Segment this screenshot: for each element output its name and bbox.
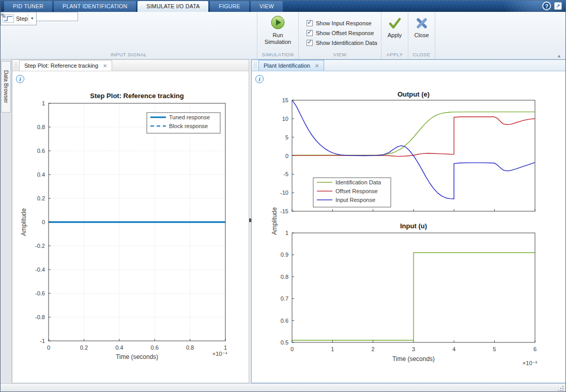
svg-text:-0.6: -0.6 — [35, 290, 45, 296]
svg-text:×10⁻³: ×10⁻³ — [523, 360, 537, 366]
svg-text:3: 3 — [412, 346, 415, 352]
run-simulation-button[interactable]: Run Simulation — [257, 12, 298, 51]
tab-plant-identification[interactable]: PLANT IDENTIFICATION — [54, 1, 136, 12]
svg-text:0.8: 0.8 — [186, 344, 194, 351]
output-chart: -15-10-5051015Output (e)Identification D… — [252, 71, 566, 220]
svg-text:0: 0 — [47, 344, 50, 351]
checkbox-show-input-response[interactable]: ✓ Show Input Response — [299, 18, 381, 28]
tab-simulate-io-data[interactable]: SIMULATE I/O DATA — [137, 1, 208, 12]
svg-text:-10: -10 — [280, 190, 288, 196]
svg-text:0.4: 0.4 — [115, 344, 123, 351]
svg-text:Time (seconds): Time (seconds) — [116, 353, 158, 360]
svg-text:10: 10 — [282, 116, 288, 122]
svg-text:Input Response: Input Response — [335, 197, 375, 203]
checkbox-show-identification-data[interactable]: ✓ Show Identification Data — [299, 38, 381, 48]
data-browser-strip: Data Browser — [1, 59, 12, 383]
status-bar — [1, 383, 565, 392]
svg-text:2: 2 — [372, 346, 375, 352]
svg-text:Amplitude: Amplitude — [20, 208, 27, 236]
svg-text:0.6: 0.6 — [281, 318, 288, 324]
close-tab-icon[interactable]: ✕ — [103, 63, 107, 69]
svg-text:Output (e): Output (e) — [397, 90, 430, 98]
resize-grip[interactable] — [557, 385, 563, 391]
svg-text:×10⁻⁴: ×10⁻⁴ — [212, 351, 227, 357]
checkbox-label: Show Offset Response — [316, 30, 374, 36]
svg-text:Identification Data: Identification Data — [335, 179, 381, 185]
tab-plant-identification-label: Plant Identification — [264, 62, 310, 69]
close-button[interactable]: Close — [408, 12, 435, 51]
info-icon[interactable]: i — [16, 75, 24, 83]
signal-type-value: Step — [14, 15, 28, 22]
svg-text:1: 1 — [285, 230, 288, 236]
step-plot-content: 00.20.40.60.81-1-0.8-0.6-0.4-0.200.20.40… — [12, 71, 249, 383]
check-icon: ✓ — [307, 28, 312, 36]
svg-text:0.2: 0.2 — [37, 195, 45, 201]
close-label: Close — [408, 32, 435, 38]
input-signal-section-label: INPUT SIGNAL — [1, 51, 257, 59]
help-icon[interactable]: ? — [542, 2, 551, 10]
svg-text:0.8: 0.8 — [37, 124, 45, 130]
chevron-down-icon: ▼ — [28, 13, 36, 24]
apply-section: Apply APPLY — [381, 12, 408, 59]
info-icon[interactable]: i — [255, 75, 264, 83]
svg-text:-0.2: -0.2 — [35, 243, 45, 249]
svg-text:-15: -15 — [280, 208, 288, 214]
svg-text:5: 5 — [493, 346, 496, 352]
simulation-section-label: SIMULATION — [257, 51, 298, 59]
svg-text:0.8: 0.8 — [281, 274, 288, 280]
step-plot-chart: 00.20.40.60.81-1-0.8-0.6-0.4-0.200.20.40… — [12, 71, 249, 383]
svg-text:Offset Response: Offset Response — [335, 188, 378, 194]
checkbox-label: Show Input Response — [316, 20, 372, 26]
data-browser-tab[interactable]: Data Browser — [1, 61, 11, 113]
apply-check-icon — [388, 17, 402, 29]
checkbox-show-offset-response[interactable]: ✓ Show Offset Response — [299, 28, 381, 38]
app-window: PID TUNER PLANT IDENTIFICATION SIMULATE … — [0, 0, 566, 392]
checkbox-box: ✓ — [307, 30, 313, 36]
svg-text:0.2: 0.2 — [80, 344, 88, 351]
run-play-icon — [271, 15, 285, 29]
svg-text:Time (seconds): Time (seconds) — [392, 355, 435, 363]
svg-text:Tuned response: Tuned response — [169, 114, 210, 120]
svg-text:5: 5 — [285, 134, 288, 140]
plant-identification-panel: Plant Identification ✕ -15-10-5051015Out… — [251, 59, 566, 383]
close-x-icon — [416, 17, 428, 29]
tab-plant-identification-doc[interactable]: Plant Identification ✕ — [258, 60, 324, 71]
right-panel-tabbar: Plant Identification ✕ — [252, 60, 566, 71]
export-icon[interactable]: ↗ — [554, 2, 562, 10]
tab-gripper[interactable] — [254, 62, 256, 69]
collapse-toolstrip-icon[interactable]: ▴ — [558, 53, 560, 58]
svg-text:-5: -5 — [283, 171, 288, 177]
tab-view[interactable]: VIEW — [251, 1, 283, 12]
apply-section-label: APPLY — [381, 51, 408, 59]
svg-text:0.6: 0.6 — [37, 148, 45, 154]
tab-step-plot-label: Step Plot: Reference tracking — [24, 62, 98, 69]
svg-text:0: 0 — [42, 219, 45, 225]
svg-text:0.4: 0.4 — [37, 171, 45, 178]
ribbon-tabbar: PID TUNER PLANT IDENTIFICATION SIMULATE … — [1, 1, 565, 12]
apply-label: Apply — [381, 32, 408, 38]
simulation-section: Run Simulation SIMULATION — [257, 12, 299, 59]
tab-figure[interactable]: FIGURE — [210, 1, 249, 12]
tab-pid-tuner[interactable]: PID TUNER — [4, 1, 52, 12]
svg-text:0.6: 0.6 — [151, 344, 159, 351]
main-area: Data Browser Step Plot: Reference tracki… — [1, 59, 566, 383]
toolstrip-spacer: ▴ — [435, 12, 565, 59]
checkbox-label: Show Identification Data — [316, 40, 377, 46]
svg-text:0: 0 — [285, 153, 288, 159]
apply-button[interactable]: Apply — [381, 12, 408, 51]
edit-signal-icon[interactable]: ✎ — [1, 12, 7, 20]
step-plot-panel: Step Plot: Reference tracking ✕ 00.20.40… — [12, 59, 249, 383]
svg-text:0.9: 0.9 — [281, 252, 288, 258]
svg-text:Step Plot: Reference tracking: Step Plot: Reference tracking — [90, 92, 183, 100]
tab-gripper[interactable] — [14, 62, 17, 69]
view-section: ✓ Show Input Response ✓ Show Offset Resp… — [299, 12, 381, 59]
svg-text:1: 1 — [224, 344, 227, 351]
toolstrip: Sample Time (ΔT): Offset (u₀): Onset Lag… — [1, 12, 565, 59]
check-icon: ✓ — [307, 38, 312, 45]
svg-text:Input (u): Input (u) — [400, 222, 427, 230]
close-tab-icon[interactable]: ✕ — [315, 63, 319, 69]
input-chart: 01234560.50.60.70.80.91Input (u)Time (se… — [252, 220, 566, 382]
svg-text:6: 6 — [533, 346, 537, 352]
tab-step-plot[interactable]: Step Plot: Reference tracking ✕ — [19, 60, 112, 71]
svg-text:0.7: 0.7 — [281, 295, 288, 302]
